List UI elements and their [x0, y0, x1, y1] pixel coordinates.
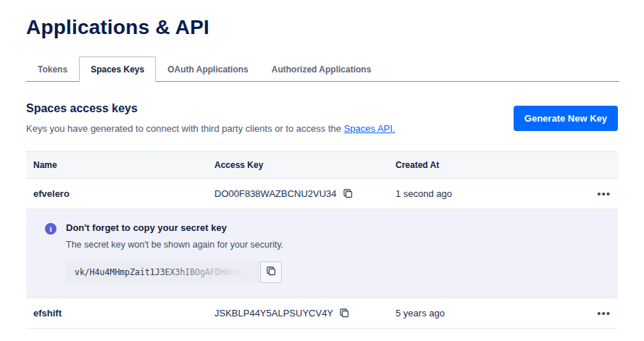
section-header-text: Spaces access keys Keys you have generat… [26, 102, 395, 134]
secret-key-value: vk/H4u4MHmpZait1J3EX3hIBOgAFDH8n6gTv3H [66, 261, 260, 283]
access-key-value: DO00F838WAZBCNU2VU34 [214, 188, 337, 199]
row-more-menu-icon[interactable]: ••• [587, 190, 618, 198]
column-header-created-at: Created At [388, 160, 587, 170]
secret-notice-body: The secret key won't be shown again for … [66, 240, 283, 250]
tab-bar: Tokens Spaces Keys OAuth Applications Au… [26, 56, 619, 82]
table-header-row: Name Access Key Created At [26, 151, 618, 179]
access-key-value: JSKBLP44Y5ALPSUYCV4Y [214, 308, 333, 319]
tab-spaces-keys[interactable]: Spaces Keys [79, 56, 156, 82]
access-key-cell: DO00F838WAZBCNU2VU34 [207, 188, 388, 199]
secret-key-notice: i Don't forget to copy your secret key T… [26, 209, 618, 298]
key-name: efvelero [26, 188, 207, 199]
copy-access-key-button[interactable] [343, 189, 353, 198]
section-description: Keys you have generated to connect with … [26, 123, 395, 134]
copy-secret-key-button[interactable] [260, 261, 282, 283]
copy-icon [340, 308, 349, 318]
page-title: Applications & API [26, 16, 618, 39]
spaces-api-link[interactable]: Spaces API. [344, 123, 396, 134]
applications-api-page: Applications & API Tokens Spaces Keys OA… [0, 0, 644, 329]
table-row: efvelero DO00F838WAZBCNU2VU34 1 second a… [26, 179, 618, 209]
column-header-name: Name [26, 160, 207, 170]
section-heading: Spaces access keys [26, 102, 395, 115]
info-icon: i [45, 223, 57, 235]
tab-authorized-applications[interactable]: Authorized Applications [260, 56, 383, 82]
access-key-cell: JSKBLP44Y5ALPSUYCV4Y [207, 308, 388, 319]
created-at-value: 1 second ago [388, 188, 587, 199]
tab-oauth-applications[interactable]: OAuth Applications [156, 56, 260, 82]
secret-key-field-group: vk/H4u4MHmpZait1J3EX3hIBOgAFDH8n6gTv3H [66, 261, 283, 283]
tab-tokens[interactable]: Tokens [26, 56, 79, 82]
copy-access-key-button[interactable] [340, 308, 349, 318]
row-more-menu-icon[interactable]: ••• [587, 310, 618, 317]
generate-new-key-button[interactable]: Generate New Key [514, 106, 618, 131]
secret-notice-content: Don't forget to copy your secret key The… [66, 222, 283, 283]
secret-notice-title: Don't forget to copy your secret key [66, 222, 283, 233]
copy-icon [267, 266, 276, 278]
copy-icon [343, 189, 353, 198]
created-at-value: 5 years ago [388, 308, 587, 319]
table-row: efshift JSKBLP44Y5ALPSUYCV4Y 5 years ago… [26, 298, 618, 329]
section-description-text: Keys you have generated to connect with … [26, 123, 344, 134]
key-name: efshift [26, 308, 207, 319]
column-header-access-key: Access Key [207, 160, 388, 170]
spaces-keys-table: Name Access Key Created At efvelero DO00… [26, 151, 618, 329]
section-header: Spaces access keys Keys you have generat… [26, 102, 618, 134]
